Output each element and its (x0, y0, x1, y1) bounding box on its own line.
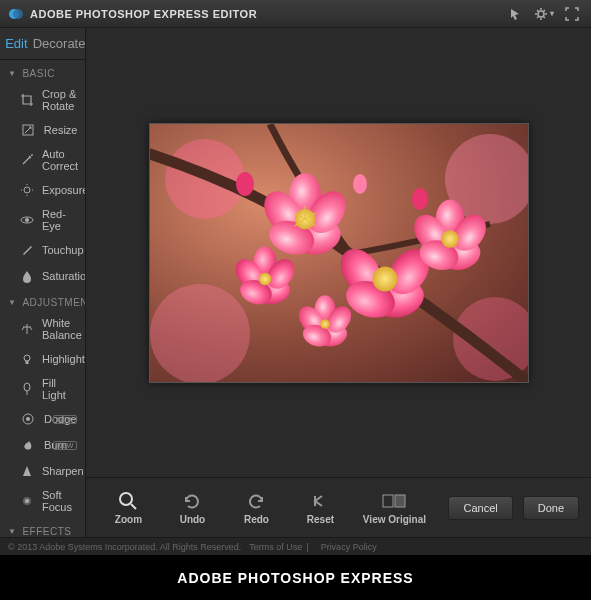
toolbar-label: Reset (307, 514, 334, 525)
redo-button[interactable]: Redo (226, 490, 286, 525)
svg-point-75 (353, 174, 367, 194)
toolbar-label: View Original (363, 514, 426, 525)
tool-auto-correct[interactable]: Auto Correct (0, 143, 85, 177)
tool-label: Exposure (42, 184, 85, 196)
svg-point-37 (150, 284, 250, 383)
gear-icon[interactable]: ▾ (533, 5, 555, 23)
section-basic[interactable]: ▼ BASIC (0, 60, 85, 83)
dodge-icon (20, 411, 36, 427)
tab-edit[interactable]: Edit (0, 28, 33, 59)
new-badge: NEW (53, 441, 77, 450)
view-original-button[interactable]: View Original (354, 490, 434, 525)
tool-touchup[interactable]: Touchup (0, 237, 85, 263)
svg-line-9 (543, 10, 545, 12)
tool-crop-rotate[interactable]: Crop & Rotate (0, 83, 85, 117)
tool-dodge[interactable]: DodgeNEW (0, 406, 85, 432)
toolbar-label: Undo (180, 514, 206, 525)
svg-line-7 (537, 10, 539, 12)
copyright-text: © 2013 Adobe Systems Incorporated. All R… (8, 542, 241, 552)
zoom-icon (118, 490, 138, 512)
svg-point-26 (25, 499, 29, 503)
crop-icon (20, 92, 34, 108)
app-logo-icon (8, 6, 24, 22)
chevron-down-icon: ▼ (8, 69, 16, 78)
chevron-down-icon: ▼ (8, 298, 16, 307)
eye-icon (20, 212, 34, 228)
svg-rect-80 (395, 495, 405, 507)
tool-burn[interactable]: BurnNEW (0, 432, 85, 458)
svg-line-10 (537, 16, 539, 18)
done-button[interactable]: Done (523, 496, 579, 520)
tool-resize[interactable]: Resize (0, 117, 85, 143)
tool-sharpen[interactable]: Sharpen (0, 458, 85, 484)
svg-point-2 (538, 11, 544, 17)
tool-label: Soft Focus (42, 489, 77, 513)
canvas-area: Zoom Undo Redo Reset View Original (86, 28, 591, 537)
sun-icon (20, 182, 34, 198)
new-badge: NEW (53, 415, 77, 424)
cancel-button[interactable]: Cancel (448, 496, 512, 520)
tool-label: Red-Eye (42, 208, 77, 232)
image-caption: ADOBE PHOTOSHOP EXPRESS (0, 555, 591, 600)
footer: © 2013 Adobe Systems Incorporated. All R… (0, 537, 591, 555)
tool-label: Highlight (42, 353, 85, 365)
svg-point-21 (24, 383, 30, 391)
section-basic-label: BASIC (22, 68, 55, 79)
pointer-icon[interactable] (505, 5, 527, 23)
svg-point-74 (412, 188, 428, 210)
tool-label: Sharpen (42, 465, 84, 477)
svg-point-1 (13, 9, 23, 19)
tool-label: Fill Light (42, 377, 77, 401)
svg-point-24 (26, 417, 30, 421)
balance-icon (20, 321, 34, 337)
tool-fill-light[interactable]: Fill Light (0, 372, 85, 406)
sidebar-tabs: Edit Decorate (0, 28, 85, 60)
lamp-icon (20, 381, 34, 397)
svg-point-18 (25, 218, 29, 222)
fullscreen-icon[interactable] (561, 5, 583, 23)
section-effects-label: EFFECTS (22, 526, 71, 537)
resize-icon (20, 122, 36, 138)
svg-rect-20 (26, 361, 29, 364)
brush-icon (20, 242, 34, 258)
app-window: ADOBE PHOTOSHOP EXPRESS EDITOR ▾ Edit De… (0, 0, 591, 555)
undo-icon (182, 490, 202, 512)
svg-point-19 (24, 355, 30, 361)
canvas-viewport[interactable] (86, 28, 591, 477)
tool-white-balance[interactable]: White Balance (0, 312, 85, 346)
burn-icon (20, 437, 36, 453)
toolbar-label: Zoom (115, 514, 142, 525)
app-title: ADOBE PHOTOSHOP EXPRESS EDITOR (30, 8, 257, 20)
tool-exposure[interactable]: Exposure (0, 177, 85, 203)
reset-button[interactable]: Reset (290, 490, 350, 525)
main-area: Edit Decorate ▼ BASIC Crop & Rotate Resi… (0, 28, 591, 537)
svg-line-77 (131, 504, 136, 509)
tool-saturation[interactable]: Saturation (0, 263, 85, 289)
tool-label: Touchup (42, 244, 84, 256)
tool-label: Resize (44, 124, 78, 136)
tool-soft-focus[interactable]: Soft Focus (0, 484, 85, 518)
photo-canvas[interactable] (149, 123, 529, 383)
svg-point-66 (258, 272, 271, 285)
section-effects[interactable]: ▼ EFFECTS (0, 518, 85, 537)
zoom-button[interactable]: Zoom (98, 490, 158, 525)
section-adjustments-label: ADJUSTMENTS (22, 297, 85, 308)
tab-decorate[interactable]: Decorate (33, 28, 86, 59)
svg-line-8 (543, 16, 545, 18)
tool-highlight[interactable]: Highlight (0, 346, 85, 372)
svg-point-72 (320, 319, 330, 329)
bottom-toolbar: Zoom Undo Redo Reset View Original (86, 477, 591, 537)
tool-label: Crop & Rotate (42, 88, 77, 112)
undo-button[interactable]: Undo (162, 490, 222, 525)
tools-panel[interactable]: ▼ BASIC Crop & Rotate Resize Auto Correc… (0, 60, 85, 537)
terms-link[interactable]: Terms of Use (249, 542, 302, 552)
sidebar: Edit Decorate ▼ BASIC Crop & Rotate Resi… (0, 28, 86, 537)
redo-icon (246, 490, 266, 512)
toolbar-label: Redo (244, 514, 269, 525)
droplet-icon (20, 268, 34, 284)
section-adjustments[interactable]: ▼ ADJUSTMENTS (0, 289, 85, 312)
svg-point-54 (372, 266, 397, 291)
sharpen-icon (20, 463, 34, 479)
privacy-link[interactable]: Privacy Policy (321, 542, 377, 552)
tool-red-eye[interactable]: Red-Eye (0, 203, 85, 237)
